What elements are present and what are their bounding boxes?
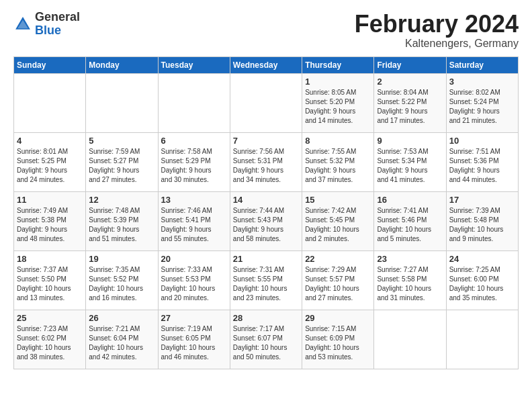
day-cell: 10Sunrise: 7:51 AM Sunset: 5:36 PM Dayli… [446, 132, 518, 191]
day-number: 3 [449, 77, 515, 87]
day-number: 13 [161, 195, 227, 205]
day-cell [230, 73, 302, 132]
day-cell: 13Sunrise: 7:46 AM Sunset: 5:41 PM Dayli… [158, 191, 230, 250]
day-number: 20 [161, 254, 227, 264]
week-row-5: 25Sunrise: 7:23 AM Sunset: 6:02 PM Dayli… [14, 310, 519, 369]
calendar-table: SundayMondayTuesdayWednesdayThursdayFrid… [13, 56, 519, 369]
day-info: Sunrise: 7:46 AM Sunset: 5:41 PM Dayligh… [161, 207, 212, 242]
day-number: 28 [233, 313, 299, 323]
day-number: 1 [305, 77, 371, 87]
day-info: Sunrise: 7:58 AM Sunset: 5:29 PM Dayligh… [161, 148, 212, 183]
day-number: 12 [89, 195, 154, 205]
header-row: SundayMondayTuesdayWednesdayThursdayFrid… [14, 56, 519, 73]
day-info: Sunrise: 8:02 AM Sunset: 5:24 PM Dayligh… [449, 89, 500, 124]
day-cell: 9Sunrise: 7:53 AM Sunset: 5:34 PM Daylig… [374, 132, 446, 191]
day-cell: 12Sunrise: 7:48 AM Sunset: 5:39 PM Dayli… [86, 191, 158, 250]
header-cell-thursday: Thursday [302, 56, 374, 73]
day-number: 25 [17, 313, 83, 323]
calendar-title: February 2024 [355, 11, 519, 38]
day-number: 18 [17, 254, 83, 264]
day-info: Sunrise: 7:31 AM Sunset: 5:55 PM Dayligh… [233, 266, 287, 302]
day-cell [86, 73, 158, 132]
day-number: 19 [89, 254, 154, 264]
day-cell: 22Sunrise: 7:29 AM Sunset: 5:57 PM Dayli… [302, 250, 374, 310]
day-number: 7 [233, 136, 299, 146]
header-cell-wednesday: Wednesday [230, 56, 302, 73]
day-cell: 14Sunrise: 7:44 AM Sunset: 5:43 PM Dayli… [230, 191, 302, 250]
day-info: Sunrise: 7:49 AM Sunset: 5:38 PM Dayligh… [17, 207, 68, 242]
day-cell: 29Sunrise: 7:15 AM Sunset: 6:09 PM Dayli… [302, 310, 374, 369]
day-number: 21 [233, 254, 299, 264]
header-cell-friday: Friday [374, 56, 446, 73]
header-cell-monday: Monday [86, 56, 158, 73]
week-row-3: 11Sunrise: 7:49 AM Sunset: 5:38 PM Dayli… [14, 191, 519, 250]
day-info: Sunrise: 7:29 AM Sunset: 5:57 PM Dayligh… [305, 266, 359, 302]
day-cell [446, 310, 518, 369]
week-row-2: 4Sunrise: 8:01 AM Sunset: 5:25 PM Daylig… [14, 132, 519, 191]
day-number: 15 [305, 195, 371, 205]
day-cell: 8Sunrise: 7:55 AM Sunset: 5:32 PM Daylig… [302, 132, 374, 191]
day-info: Sunrise: 7:33 AM Sunset: 5:53 PM Dayligh… [161, 266, 216, 302]
day-number: 10 [449, 136, 515, 146]
day-info: Sunrise: 7:59 AM Sunset: 5:27 PM Dayligh… [89, 148, 140, 183]
day-info: Sunrise: 7:15 AM Sunset: 6:09 PM Dayligh… [305, 325, 359, 361]
day-info: Sunrise: 8:05 AM Sunset: 5:20 PM Dayligh… [305, 89, 356, 124]
day-number: 24 [449, 254, 515, 264]
header-cell-saturday: Saturday [446, 56, 518, 73]
day-cell: 21Sunrise: 7:31 AM Sunset: 5:55 PM Dayli… [230, 250, 302, 310]
day-number: 4 [17, 136, 83, 146]
logo-blue: Blue [35, 24, 80, 38]
week-row-1: 1Sunrise: 8:05 AM Sunset: 5:20 PM Daylig… [14, 73, 519, 132]
day-info: Sunrise: 7:25 AM Sunset: 6:00 PM Dayligh… [449, 266, 504, 302]
day-info: Sunrise: 7:23 AM Sunset: 6:02 PM Dayligh… [17, 325, 71, 361]
title-area: February 2024 Kaltenengers, Germany [355, 11, 519, 50]
day-cell [158, 73, 230, 132]
day-cell: 28Sunrise: 7:17 AM Sunset: 6:07 PM Dayli… [230, 310, 302, 369]
logo: General Blue [13, 11, 80, 38]
day-cell: 27Sunrise: 7:19 AM Sunset: 6:05 PM Dayli… [158, 310, 230, 369]
day-cell: 11Sunrise: 7:49 AM Sunset: 5:38 PM Dayli… [14, 191, 86, 250]
day-info: Sunrise: 7:56 AM Sunset: 5:31 PM Dayligh… [233, 148, 284, 183]
day-cell: 25Sunrise: 7:23 AM Sunset: 6:02 PM Dayli… [14, 310, 86, 369]
day-info: Sunrise: 7:44 AM Sunset: 5:43 PM Dayligh… [233, 207, 284, 242]
logo-text: General Blue [35, 11, 80, 38]
day-info: Sunrise: 7:35 AM Sunset: 5:52 PM Dayligh… [89, 266, 143, 302]
logo-general: General [35, 11, 80, 24]
day-number: 27 [161, 313, 227, 323]
day-cell: 1Sunrise: 8:05 AM Sunset: 5:20 PM Daylig… [302, 73, 374, 132]
day-info: Sunrise: 7:39 AM Sunset: 5:48 PM Dayligh… [449, 207, 504, 242]
day-cell: 20Sunrise: 7:33 AM Sunset: 5:53 PM Dayli… [158, 250, 230, 310]
header-cell-tuesday: Tuesday [158, 56, 230, 73]
day-cell [374, 310, 446, 369]
day-number: 2 [377, 77, 443, 87]
day-info: Sunrise: 8:04 AM Sunset: 5:22 PM Dayligh… [377, 89, 428, 124]
day-cell: 2Sunrise: 8:04 AM Sunset: 5:22 PM Daylig… [374, 73, 446, 132]
day-number: 8 [305, 136, 371, 146]
header-cell-sunday: Sunday [14, 56, 86, 73]
day-info: Sunrise: 7:55 AM Sunset: 5:32 PM Dayligh… [305, 148, 356, 183]
day-cell: 5Sunrise: 7:59 AM Sunset: 5:27 PM Daylig… [86, 132, 158, 191]
day-number: 6 [161, 136, 227, 146]
day-number: 17 [449, 195, 515, 205]
day-cell [14, 73, 86, 132]
day-cell: 7Sunrise: 7:56 AM Sunset: 5:31 PM Daylig… [230, 132, 302, 191]
week-row-4: 18Sunrise: 7:37 AM Sunset: 5:50 PM Dayli… [14, 250, 519, 310]
day-number: 23 [377, 254, 443, 264]
day-number: 22 [305, 254, 371, 264]
calendar-subtitle: Kaltenengers, Germany [355, 38, 519, 50]
logo-icon [13, 15, 32, 34]
day-cell: 16Sunrise: 7:41 AM Sunset: 5:46 PM Dayli… [374, 191, 446, 250]
day-info: Sunrise: 7:41 AM Sunset: 5:46 PM Dayligh… [377, 207, 431, 242]
day-cell: 4Sunrise: 8:01 AM Sunset: 5:25 PM Daylig… [14, 132, 86, 191]
day-number: 16 [377, 195, 443, 205]
day-info: Sunrise: 7:17 AM Sunset: 6:07 PM Dayligh… [233, 325, 287, 361]
day-info: Sunrise: 7:48 AM Sunset: 5:39 PM Dayligh… [89, 207, 140, 242]
day-cell: 15Sunrise: 7:42 AM Sunset: 5:45 PM Dayli… [302, 191, 374, 250]
day-info: Sunrise: 7:21 AM Sunset: 6:04 PM Dayligh… [89, 325, 143, 361]
day-info: Sunrise: 8:01 AM Sunset: 5:25 PM Dayligh… [17, 148, 68, 183]
day-info: Sunrise: 7:37 AM Sunset: 5:50 PM Dayligh… [17, 266, 71, 302]
day-info: Sunrise: 7:51 AM Sunset: 5:36 PM Dayligh… [449, 148, 500, 183]
day-cell: 17Sunrise: 7:39 AM Sunset: 5:48 PM Dayli… [446, 191, 518, 250]
day-number: 9 [377, 136, 443, 146]
day-info: Sunrise: 7:19 AM Sunset: 6:05 PM Dayligh… [161, 325, 216, 361]
